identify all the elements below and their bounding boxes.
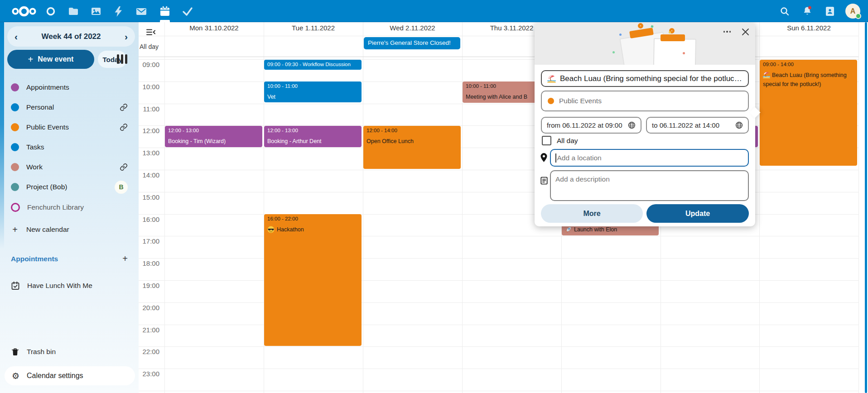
event-title-value: Beach Luau (Bring something special for … bbox=[560, 74, 743, 83]
calendar-color-dot bbox=[11, 183, 19, 191]
day-header-tue[interactable]: Tue 1.11.2022 bbox=[264, 20, 363, 36]
description-input[interactable]: Add a description bbox=[550, 170, 749, 201]
calendar-picker-select[interactable]: Public Events bbox=[541, 91, 749, 111]
day-header-wed[interactable]: Wed 2.11.2022 bbox=[363, 20, 462, 36]
description-placeholder: Add a description bbox=[555, 175, 610, 183]
trash-label: Trash bin bbox=[27, 348, 56, 356]
tasks-app-button[interactable] bbox=[181, 5, 194, 18]
location-pin-icon bbox=[540, 153, 548, 163]
sidebar-item-tasks[interactable]: Tasks bbox=[4, 137, 135, 157]
event-time: 12:00 - 14:00 bbox=[366, 127, 458, 134]
event-title: Booking - Arthur Dent bbox=[267, 138, 358, 145]
event-title: Booking - Tim (Wizard) bbox=[168, 138, 259, 145]
share-link-icon[interactable] bbox=[120, 103, 128, 111]
mail-app-button[interactable] bbox=[135, 5, 148, 18]
update-button[interactable]: Update bbox=[646, 204, 749, 223]
appointment-item-have-lunch[interactable]: Have Lunch With Me bbox=[4, 277, 135, 295]
vertical-scrollbar[interactable] bbox=[865, 22, 867, 393]
column-divider bbox=[363, 20, 363, 393]
add-appointment-config-button[interactable]: + bbox=[122, 254, 128, 264]
calendar-color-dot bbox=[11, 163, 19, 171]
calendar-color-ring bbox=[11, 203, 20, 212]
sidebar-item-project-bob[interactable]: Project (Bob) B bbox=[4, 177, 135, 197]
calendar-app-button[interactable] bbox=[158, 5, 172, 18]
all-day-checkbox[interactable] bbox=[542, 136, 551, 145]
contacts-menu-button[interactable] bbox=[823, 5, 837, 18]
event-title: Beach Luau (Bring something special for … bbox=[763, 72, 847, 87]
more-button[interactable]: More bbox=[541, 204, 643, 223]
activity-app-button[interactable] bbox=[112, 5, 125, 18]
event-time: 09:00 - 14:00 bbox=[763, 61, 854, 68]
share-link-icon[interactable] bbox=[120, 123, 128, 131]
more-label: More bbox=[583, 210, 600, 218]
previous-week-button[interactable]: ‹ bbox=[14, 26, 18, 47]
day-header-mon[interactable]: Mon 31.10.2022 bbox=[164, 20, 264, 36]
hour-label: 21:00 bbox=[136, 326, 159, 334]
location-input[interactable]: Add a location bbox=[550, 149, 749, 167]
nextcloud-logo[interactable] bbox=[11, 5, 37, 18]
beach-umbrella-emoji-icon bbox=[547, 74, 556, 83]
notification-unread-dot bbox=[808, 6, 811, 10]
popup-close-button[interactable] bbox=[739, 26, 751, 38]
event-title: Vet bbox=[267, 93, 358, 101]
search-icon bbox=[779, 6, 790, 17]
collapse-allday-icon[interactable] bbox=[146, 29, 156, 36]
event-open-office-lunch[interactable]: 12:00 - 14:00 Open Office Lunch bbox=[363, 126, 461, 169]
nextcloud-calendar-app: A ‹ Week 44 of 2022 › + New event Today … bbox=[0, 0, 868, 393]
event-beach-luau[interactable]: 09:00 - 14:00 Beach Luau (Bring somethin… bbox=[760, 60, 857, 166]
sidebar-item-work[interactable]: Work bbox=[4, 157, 135, 177]
week-title[interactable]: Week 44 of 2022 bbox=[41, 32, 101, 41]
all-day-row-label: All day bbox=[140, 43, 164, 50]
event-vet[interactable]: 10:00 - 11:00 Vet bbox=[264, 81, 362, 102]
view-mode-toggle[interactable] bbox=[117, 53, 130, 64]
plus-icon: + bbox=[28, 54, 34, 65]
event-pierres-store-closed[interactable]: Pierre's General Store Closed! bbox=[364, 37, 460, 49]
event-booking-tim[interactable]: 12:00 - 13:00 Booking - Tim (Wizard) bbox=[165, 126, 262, 147]
all-day-label: All day bbox=[557, 137, 578, 145]
files-app-button[interactable] bbox=[67, 5, 80, 18]
calendar-label: Public Events bbox=[26, 123, 112, 131]
timezone-globe-icon[interactable] bbox=[735, 121, 743, 129]
calendar-settings-button[interactable]: ⚙ Calendar settings bbox=[5, 366, 135, 385]
event-title-input[interactable]: Beach Luau (Bring something special for … bbox=[541, 70, 749, 87]
notifications-button[interactable] bbox=[800, 5, 814, 18]
calendar-label: Appointments bbox=[26, 83, 128, 91]
new-calendar-button[interactable]: + New calendar bbox=[4, 220, 135, 239]
column-divider bbox=[858, 20, 859, 393]
confetti-dot bbox=[619, 34, 622, 36]
sidebar-item-public-events[interactable]: Public Events bbox=[4, 117, 135, 137]
trash-bin-button[interactable]: Trash bin bbox=[4, 343, 135, 361]
photos-app-button[interactable] bbox=[89, 5, 103, 18]
share-link-icon[interactable] bbox=[120, 163, 128, 171]
shared-by-badge: B bbox=[115, 181, 128, 194]
appointments-section-header: Appointments + bbox=[11, 254, 128, 264]
new-event-button[interactable]: + New event bbox=[7, 50, 94, 69]
online-status-dot bbox=[855, 13, 861, 19]
search-button[interactable] bbox=[778, 5, 791, 18]
start-date-input[interactable]: from 06.11.2022 at 09:00 bbox=[541, 117, 641, 134]
day-header-sun[interactable]: Sun 6.11.2022 bbox=[759, 20, 858, 36]
clipboard-illustration bbox=[653, 38, 696, 65]
end-date-input[interactable]: to 06.11.2022 at 14:00 bbox=[646, 117, 749, 134]
end-date-value: to 06.11.2022 at 14:00 bbox=[652, 121, 719, 129]
event-booking-arthur-dent[interactable]: 12:00 - 13:00 Booking - Arthur Dent bbox=[264, 126, 362, 147]
popup-more-actions-button[interactable] bbox=[720, 28, 734, 36]
sidebar-item-appointments[interactable]: Appointments bbox=[4, 77, 135, 97]
event-hackathon[interactable]: 16:00 - 22:00 Hackathon bbox=[264, 214, 362, 346]
dashboard-app-button[interactable] bbox=[44, 5, 58, 18]
hour-label: 18:00 bbox=[136, 259, 159, 267]
confetti-dot bbox=[683, 52, 685, 54]
timezone-globe-icon[interactable] bbox=[628, 121, 636, 129]
new-calendar-label: New calendar bbox=[26, 225, 69, 234]
sidebar-item-fenchurch-library[interactable]: Fenchurch Library bbox=[4, 197, 135, 217]
sidebar-item-personal[interactable]: Personal bbox=[4, 97, 135, 117]
calendar-label: Work bbox=[26, 163, 112, 171]
event-time: 12:00 - 13:00 bbox=[168, 127, 259, 134]
text-cursor bbox=[555, 153, 556, 163]
close-icon bbox=[742, 28, 749, 36]
event-time: 16:00 - 22:00 bbox=[267, 216, 358, 222]
event-workflow-discussion[interactable]: 09:00 - 09:30 - Workflow Discussion bbox=[264, 60, 362, 70]
all-day-checkbox-row[interactable]: All day bbox=[542, 136, 578, 145]
next-week-button[interactable]: › bbox=[125, 26, 128, 47]
hour-label: 23:00 bbox=[136, 370, 159, 378]
